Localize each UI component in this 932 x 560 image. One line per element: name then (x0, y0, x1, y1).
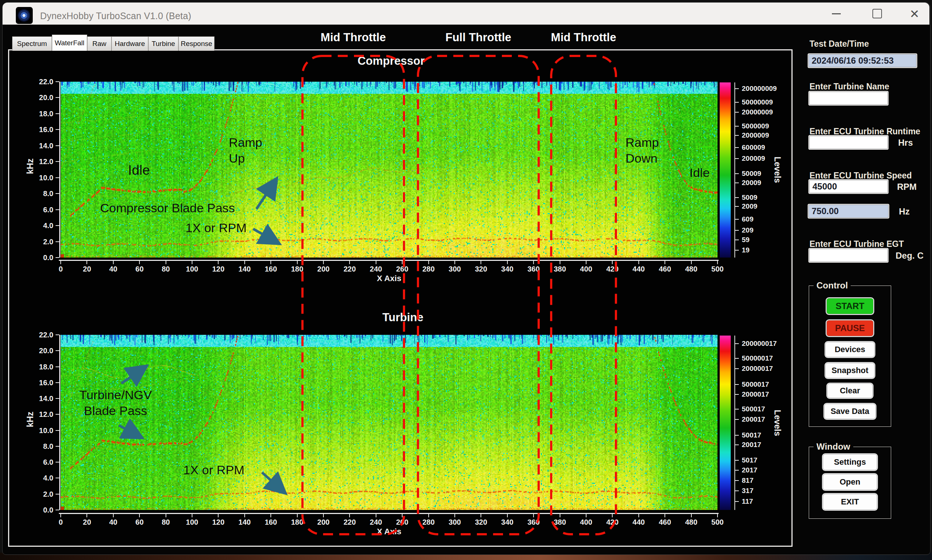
x-tick (586, 514, 586, 517)
colorbar-tick (734, 358, 739, 359)
test-datetime-field[interactable] (808, 54, 917, 67)
colorbar-tick-label: 50017 (742, 431, 761, 439)
colorbar-tick (734, 158, 739, 159)
close-button[interactable]: ✕ (902, 3, 928, 24)
y-tick-label: 4.0 (34, 222, 53, 230)
colorbar-tick-label: 5000017 (742, 380, 769, 389)
x-tick-label: 140 (238, 265, 251, 273)
x-tick (481, 261, 481, 264)
colorbar-tick (734, 230, 739, 231)
colorbar-tick-label: 500017 (742, 405, 765, 413)
colorbar-tick-label: 200017 (742, 415, 765, 423)
speed-label: Enter ECU Turbine Speed (809, 171, 912, 181)
y-tick-label: 8.0 (34, 442, 53, 450)
x-tick-label: 140 (238, 518, 251, 526)
colorbar-tick (734, 480, 739, 481)
colorbar-tick (734, 368, 739, 369)
colorbar-tick (734, 102, 739, 103)
annotation-ramp-down: Ramp Down (626, 135, 677, 166)
y-tick-label: 14.0 (34, 141, 53, 150)
y-tick-label: 2.0 (34, 237, 53, 246)
y-axis-title: kHz (25, 152, 35, 181)
x-tick-label: 240 (370, 518, 382, 526)
snapshot-button[interactable]: Snapshot (825, 363, 875, 378)
annotation-idle-right: Idle (689, 165, 710, 181)
y-tick-label: 0.0 (34, 254, 53, 262)
colorbar-title: Levels (772, 155, 782, 185)
titlebar: DynexHobby TurboScan V1.0 (Beta) ✕ (3, 3, 929, 25)
x-tick (454, 261, 455, 264)
x-tick-label: 320 (475, 518, 487, 526)
colorbar-tick-label: 209 (742, 226, 754, 234)
x-tick-label: 260 (396, 518, 408, 526)
turbine-name-label: Enter Turbine Name (809, 82, 889, 92)
app-icon (16, 7, 33, 24)
settings-button[interactable]: Settings (823, 454, 877, 470)
x-tick (323, 261, 324, 264)
tab-response[interactable]: Response (178, 37, 214, 51)
x-tick (560, 514, 560, 517)
runtime-field[interactable] (809, 136, 888, 149)
x-tick (113, 261, 114, 264)
colorbar-title: Levels (772, 408, 782, 438)
x-tick-label: 180 (291, 518, 303, 526)
y-tick-label: 12.0 (34, 410, 53, 419)
tab-waterfall[interactable]: WaterFall (52, 35, 87, 51)
open-button[interactable]: Open (823, 474, 877, 490)
pause-button[interactable]: PAUSE (826, 320, 874, 336)
colorbar-tick-label: 817 (742, 477, 754, 485)
annotation-turbine-1x-rpm: 1X or RPM (183, 462, 244, 478)
colorbar-tick-label: 50000009 (742, 98, 773, 106)
y-tick-label: 14.0 (34, 394, 53, 403)
colorbar-tick-label: 200000017 (742, 340, 777, 348)
x-tick (402, 514, 403, 517)
devices-button[interactable]: Devices (825, 342, 875, 357)
x-tick (560, 261, 560, 264)
tab-turbine[interactable]: Turbine (148, 37, 178, 51)
tab-spectrum[interactable]: Spectrum (12, 37, 52, 51)
y-axis-line (59, 335, 60, 510)
colorbar-tick (734, 394, 739, 395)
clear-button[interactable]: Clear (827, 383, 873, 398)
colorbar-tick-label: 5000009 (742, 122, 769, 130)
speed-hz-field[interactable] (808, 205, 889, 218)
maximize-button[interactable] (864, 3, 889, 24)
tab-raw[interactable]: Raw (87, 37, 111, 51)
y-tick (55, 366, 59, 367)
x-tick-label: 20 (83, 265, 91, 273)
y-tick-label: 6.0 (34, 458, 53, 466)
start-button[interactable]: START (826, 298, 874, 314)
colorbar-tick-label: 2000009 (742, 131, 769, 140)
tab-hardware[interactable]: Hardware (111, 37, 148, 51)
control-group-label: Control (814, 280, 850, 291)
close-icon: ✕ (910, 7, 920, 21)
egt-field[interactable] (809, 249, 888, 262)
egt-unit: Deg. C (895, 251, 924, 261)
minimize-button[interactable] (823, 3, 849, 24)
x-tick-label: 440 (632, 518, 644, 526)
colorbar-tick (734, 240, 739, 240)
y-tick (55, 113, 59, 114)
x-tick (323, 514, 324, 517)
y-tick-label: 16.0 (34, 125, 53, 134)
x-tick (218, 514, 218, 517)
save-data-button[interactable]: Save Data (824, 404, 876, 419)
annotation-turbine-ngv-blade-pass: Turbine/NGV Blade Pass (63, 387, 168, 418)
phase-label-full-throttle: Full Throttle (420, 31, 537, 44)
x-tick (481, 514, 481, 517)
speed-field[interactable] (809, 180, 888, 193)
x-tick (376, 261, 377, 264)
colorbar-tick (734, 384, 739, 385)
x-tick-label: 180 (291, 265, 303, 273)
x-tick (717, 261, 718, 264)
colorbar-tick (734, 419, 739, 420)
turbine-name-field[interactable] (809, 92, 888, 105)
x-tick (349, 514, 350, 517)
colorbar-tick-label: 5017 (742, 456, 757, 464)
x-tick (428, 261, 429, 264)
x-tick (349, 261, 350, 264)
x-tick (454, 514, 455, 517)
y-tick-label: 4.0 (34, 474, 53, 482)
exit-button[interactable]: EXIT (823, 494, 877, 510)
y-tick (55, 398, 59, 399)
